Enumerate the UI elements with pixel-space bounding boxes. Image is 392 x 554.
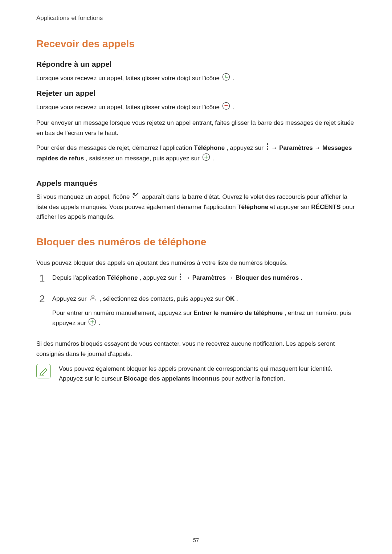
step-number: 1	[39, 273, 52, 284]
text: →	[314, 144, 322, 151]
missed-calls-text: Si vous manquez un appel, l'icône appara…	[36, 192, 356, 222]
step-2: 2 Appuyez sur , sélectionnez des contact…	[36, 294, 356, 333]
text: , sélectionnez des contacts, puis appuye…	[99, 295, 225, 302]
step-body: Appuyez sur , sélectionnez des contacts,…	[52, 294, 356, 333]
create-reject-messages-text: Pour créer des messages de rejet, démarr…	[36, 143, 356, 164]
text: pour activer la fonction.	[221, 375, 285, 382]
label-settings: Paramètres	[279, 144, 313, 151]
svg-point-2	[267, 143, 268, 145]
text: Pour créer des messages de rejet, démarr…	[36, 144, 194, 151]
text: , appuyez sur	[226, 144, 265, 151]
contact-icon	[89, 294, 97, 304]
text: .	[99, 320, 101, 327]
app-telephone: Téléphone	[237, 204, 268, 210]
phone-reject-icon	[222, 102, 230, 113]
subsection-reject-call: Rejeter un appel	[36, 89, 356, 98]
text: →	[271, 144, 279, 151]
more-options-icon	[266, 143, 269, 153]
subsection-answer-call: Répondre à un appel	[36, 60, 356, 69]
svg-point-10	[180, 279, 181, 280]
label-settings: Paramètres	[192, 274, 226, 281]
reject-call-text: Lorsque vous recevez un appel, faites gl…	[36, 102, 356, 113]
add-plus-icon	[202, 153, 210, 164]
phone-accept-icon	[222, 73, 230, 84]
text: →	[228, 274, 236, 281]
text: →	[184, 274, 192, 281]
svg-point-11	[92, 295, 94, 297]
label-block-unknown: Blocage des appelants inconnus	[124, 375, 220, 382]
svg-point-1	[222, 103, 229, 110]
text: , appuyez sur	[139, 274, 178, 281]
text: .	[232, 75, 234, 82]
section-title-block-numbers: Bloquer des numéros de téléphone	[36, 236, 356, 248]
text: Depuis l'application	[52, 274, 107, 281]
app-telephone: Téléphone	[194, 144, 225, 151]
note-body: Vous pouvez également bloquer les appels…	[59, 364, 356, 383]
text: Lorsque vous recevez un appel, faites gl…	[36, 104, 221, 111]
section-title-receive-calls: Recevoir des appels	[36, 38, 356, 50]
label-block-numbers: Bloquer des numéros	[236, 274, 299, 281]
note-block-unknown: Vous pouvez également bloquer les appels…	[36, 364, 356, 383]
answer-call-text: Lorsque vous recevez un appel, faites gl…	[36, 73, 356, 84]
label-enter-number: Entrer le numéro de téléphone	[193, 309, 283, 316]
step-body: Depuis l'application Téléphone , appuyez…	[52, 273, 356, 287]
block-note-after: Si des numéros bloqués essayent de vous …	[36, 339, 356, 358]
missed-call-icon	[132, 192, 139, 202]
step-1: 1 Depuis l'application Téléphone , appuy…	[36, 273, 356, 287]
text: Pour entrer un numéro manuellement, appu…	[52, 309, 193, 316]
subsection-missed-calls: Appels manqués	[36, 179, 356, 188]
text: et appuyer sur	[270, 204, 311, 210]
svg-point-4	[267, 148, 268, 150]
page-header: Applications et fonctions	[36, 15, 356, 22]
text: .	[236, 295, 238, 302]
text: , saisissez un message, puis appuyez sur	[86, 155, 201, 162]
add-plus-icon	[88, 318, 96, 329]
page-content: Applications et fonctions Recevoir des a…	[0, 0, 392, 383]
label-recents: RÉCENTS	[311, 204, 340, 210]
svg-point-8	[180, 274, 181, 275]
svg-point-0	[222, 73, 229, 80]
text: .	[232, 104, 234, 111]
app-telephone: Téléphone	[107, 274, 138, 281]
reject-message-text: Pour envoyer un message lorsque vous rej…	[36, 118, 356, 138]
label-ok: OK	[225, 295, 235, 302]
text: Appuyez sur	[52, 295, 88, 302]
svg-point-9	[180, 276, 181, 278]
text: Lorsque vous recevez un appel, faites gl…	[36, 75, 221, 82]
more-options-icon	[179, 273, 182, 283]
note-icon	[36, 364, 51, 378]
block-intro: Vous pouvez bloquer des appels en ajouta…	[36, 258, 356, 268]
text: .	[301, 274, 302, 281]
text: .	[212, 155, 214, 162]
text: Si vous manquez un appel, l'icône	[36, 193, 131, 200]
step-number: 2	[39, 294, 52, 305]
page-number: 57	[0, 537, 392, 543]
svg-point-3	[267, 146, 268, 147]
